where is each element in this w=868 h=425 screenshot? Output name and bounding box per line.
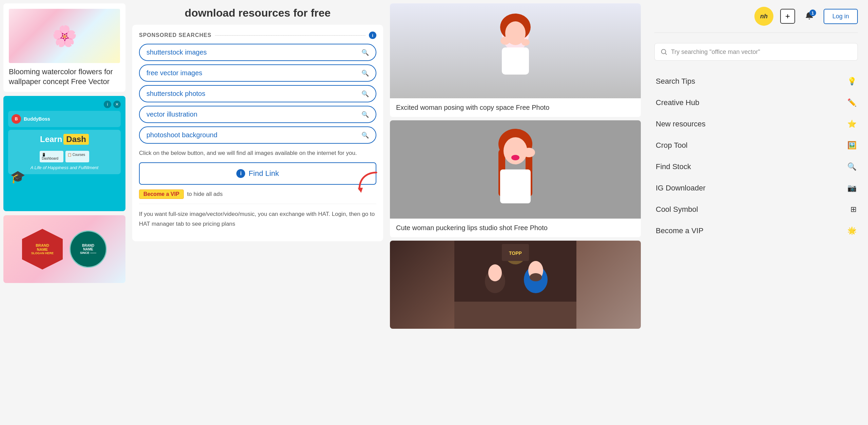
search-icon-4: 🔍	[361, 111, 369, 118]
sidebar-item-cool-symbol[interactable]: Cool Symbol ⊞	[654, 199, 858, 220]
image-card-3: TOPP	[390, 241, 641, 329]
brand-label-red-line1: BRAND	[36, 243, 49, 247]
brand-label-red: BRAND NAME SLOGAN HERE	[22, 229, 63, 269]
new-resources-icon: ⭐	[847, 120, 856, 128]
search-suggestion-icon	[660, 48, 668, 56]
svg-point-21	[530, 273, 542, 281]
svg-point-6	[521, 39, 530, 46]
page-title: download resources for free	[132, 3, 383, 25]
find-link-button[interactable]: i Find Link	[139, 162, 376, 185]
svg-point-5	[500, 37, 510, 45]
search-pill-1[interactable]: shutterstock images 🔍	[139, 44, 376, 61]
search-pill-2-text: free vector images	[146, 69, 202, 77]
svg-point-13	[523, 148, 535, 157]
sidebar-link-label-ig-downloader: IG Downloader	[656, 184, 706, 193]
exchange-text: If you want full-size image/vector/video…	[139, 204, 376, 235]
search-pill-3-text: shutterstock photos	[146, 90, 205, 98]
woman-photo-2	[390, 120, 641, 219]
login-button[interactable]: Log in	[824, 9, 858, 24]
sponsored-divider	[215, 35, 366, 36]
watercolor-card: 🌸 Blooming watercolor flowers for wallpa…	[3, 3, 125, 92]
svg-rect-4	[502, 47, 529, 75]
find-link-info-icon: i	[236, 169, 245, 178]
sponsored-label: SPONSORED SEARCHES	[139, 32, 212, 38]
svg-line-25	[665, 53, 667, 55]
svg-point-18	[488, 264, 502, 281]
search-suggestion[interactable]: Try searching "office man vector"	[654, 43, 858, 61]
left-column: 🌸 Blooming watercolor flowers for wallpa…	[0, 0, 129, 425]
svg-marker-0	[358, 188, 363, 193]
avatar[interactable]: nh	[754, 7, 773, 26]
brand-label-teal-line3: SINCE ——	[80, 251, 96, 255]
sponsored-section: SPONSORED SEARCHES i shutterstock images…	[132, 25, 383, 241]
cool-symbol-icon: ⊞	[850, 205, 856, 214]
image-card-2: Cute woman puckering lips studio shot Fr…	[390, 120, 641, 237]
restaurant-photo: TOPP	[390, 241, 641, 329]
find-link-label: Find Link	[249, 169, 279, 178]
woman-figure-svg-1	[481, 7, 549, 95]
search-suggestion-text: Try searching "office man vector"	[671, 48, 760, 56]
learn-text: Learn	[40, 135, 62, 144]
sponsored-info-icon[interactable]: i	[369, 32, 376, 39]
brand-label-teal-line2: NAME	[83, 247, 93, 251]
ad-hero: Learn Dash 📱 Dashboard 📋 Courses A Life …	[8, 130, 121, 174]
search-icon-5: 🔍	[361, 131, 369, 139]
notification-badge: 1	[809, 9, 816, 16]
vip-badge[interactable]: Become a VIP	[139, 189, 184, 199]
ad-block-2: 📋 Courses	[65, 151, 89, 162]
svg-rect-11	[500, 169, 531, 203]
sidebar-link-label-become-vip: Become a VIP	[656, 226, 704, 235]
ad-logo-area: B BuddyBoss	[8, 111, 121, 127]
search-pill-4-text: vector illustration	[146, 110, 197, 118]
find-stock-icon: 🔍	[847, 162, 856, 171]
red-arrow-decoration	[356, 169, 383, 196]
buddyboss-logo: B	[12, 114, 21, 124]
right-content-column: Excited woman posing with copy space Fre…	[387, 0, 644, 425]
ad-content-blocks: 📱 Dashboard 📋 Courses	[40, 151, 89, 162]
sidebar-item-creative-hub[interactable]: Creative Hub ✏️	[654, 92, 858, 114]
brand-labels-card: BRAND NAME SLOGAN HERE BRAND NAME SINCE …	[3, 215, 125, 283]
top-right-header: nh + 1 Log in	[654, 7, 858, 33]
svg-point-12	[511, 155, 519, 160]
notification-button[interactable]: 1	[802, 9, 817, 24]
brand-label-teal: BRAND NAME SINCE ——	[70, 230, 107, 268]
image-card-1: Excited woman posing with copy space Fre…	[390, 3, 641, 117]
add-button[interactable]: +	[780, 9, 795, 24]
ad-block-1: 📱 Dashboard	[40, 151, 63, 162]
brand-label-red-line2: NAME	[37, 247, 48, 251]
sidebar-item-search-tips[interactable]: Search Tips 💡	[654, 71, 858, 92]
search-tips-icon: 💡	[847, 77, 856, 86]
svg-rect-15	[454, 302, 576, 329]
sidebar-link-label-creative-hub: Creative Hub	[656, 98, 699, 107]
ad-card: i ✕ B BuddyBoss Learn Dash 📱 Dashboard 📋…	[3, 96, 125, 211]
sidebar-item-become-vip[interactable]: Become a VIP 🌟	[654, 220, 858, 242]
learn-dash-badge: Learn Dash	[40, 134, 89, 145]
click-instruction: Click on the below button, and we will f…	[139, 148, 376, 158]
search-icon-3: 🔍	[361, 90, 369, 98]
crop-tool-icon: 🖼️	[847, 141, 856, 150]
sidebar-item-find-stock[interactable]: Find Stock 🔍	[654, 156, 858, 178]
avatar-initials: nh	[760, 13, 768, 20]
svg-point-24	[662, 49, 666, 54]
sidebar-item-crop-tool[interactable]: Crop Tool 🖼️	[654, 135, 858, 156]
ad-close-btn[interactable]: ✕	[113, 101, 121, 108]
brand-label-teal-line1: BRAND	[82, 244, 94, 247]
brand-label-red-line3: SLOGAN HERE	[31, 251, 54, 255]
vip-text: to hide all ads	[187, 191, 223, 198]
image-card-2-title: Cute woman puckering lips studio shot Fr…	[390, 219, 641, 237]
sidebar-link-label-find-stock: Find Stock	[656, 162, 691, 171]
far-right-sidebar: nh + 1 Log in Try searching "office man …	[644, 0, 868, 425]
add-icon: +	[785, 12, 790, 21]
ad-info-btn[interactable]: i	[104, 101, 111, 108]
search-pill-5[interactable]: photoshoot background 🔍	[139, 126, 376, 144]
sponsored-header: SPONSORED SEARCHES i	[139, 32, 376, 39]
sidebar-link-label-new-resources: New resources	[656, 120, 706, 128]
woman-photo-1	[390, 3, 641, 98]
sidebar-item-ig-downloader[interactable]: IG Downloader 📷	[654, 178, 858, 199]
search-pill-4[interactable]: vector illustration 🔍	[139, 106, 376, 123]
search-icon-1: 🔍	[361, 49, 369, 56]
search-icon-2: 🔍	[361, 69, 369, 77]
sidebar-item-new-resources[interactable]: New resources ⭐	[654, 114, 858, 135]
search-pill-3[interactable]: shutterstock photos 🔍	[139, 85, 376, 102]
search-pill-2[interactable]: free vector images 🔍	[139, 64, 376, 82]
